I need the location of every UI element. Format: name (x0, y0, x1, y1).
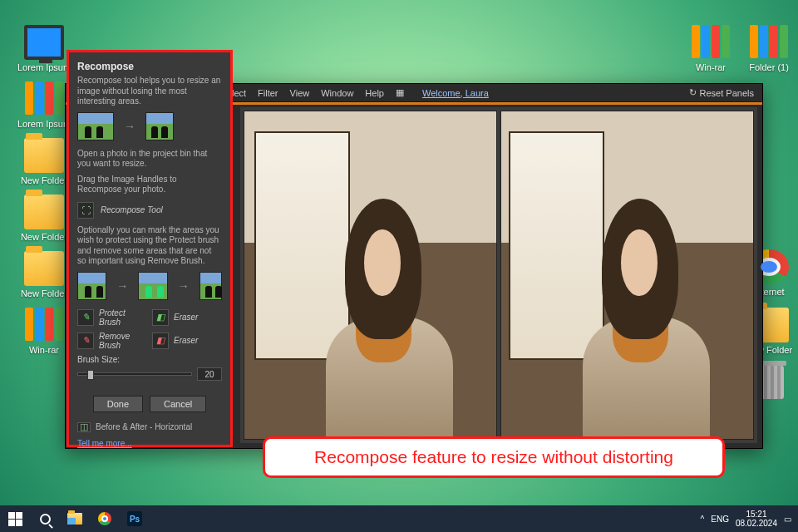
arrow-icon: → (124, 120, 135, 133)
panel-title: Recompose (77, 61, 222, 72)
thumb-before (77, 112, 114, 140)
binders-icon (691, 25, 731, 60)
canvas-area[interactable] (240, 107, 757, 443)
brush-size-label: Brush Size: (77, 355, 222, 364)
after-photo (500, 111, 754, 440)
folder-icon (24, 251, 64, 286)
recompose-tool-icon[interactable]: ⛶ (77, 202, 94, 219)
brush-size-value[interactable]: 20 (197, 367, 222, 381)
before-photo (244, 111, 497, 440)
clock-time[interactable]: 15:21 (736, 510, 777, 519)
desktop-icon-my-computer[interactable]: Lorem Ipsum (15, 25, 73, 72)
icon-label: Win-rar (682, 62, 740, 72)
arrow-icon: → (178, 279, 190, 293)
grid-view-icon[interactable]: ▦ (396, 87, 411, 98)
language-indicator[interactable]: ENG (711, 515, 729, 524)
refresh-icon: ↻ (689, 87, 697, 98)
panel-intro: Recompose tool helps you to resize an im… (77, 76, 222, 107)
binders-icon (24, 308, 64, 342)
system-tray[interactable]: ^ ENG 15:21 08.02.2024 ▭ (694, 510, 798, 528)
panel-optional: Optionally you can mark the areas you wi… (77, 225, 222, 267)
panel-step1: Open a photo in the project bin that you… (77, 149, 222, 170)
cancel-button[interactable]: Cancel (150, 396, 206, 412)
tell-me-more-link[interactable]: Tell me more... (77, 439, 222, 448)
protect-eraser-icon[interactable]: ◧ (152, 309, 169, 326)
folder-icon (24, 138, 64, 173)
menu-filter[interactable]: Filter (258, 88, 278, 98)
remove-brush-label: Remove Brush (99, 332, 147, 350)
done-button[interactable]: Done (93, 396, 143, 412)
folder-icon (24, 195, 64, 229)
photoshop-icon: Ps (127, 511, 142, 526)
icon-label: Lorem Ipsum (15, 62, 73, 72)
desktop-icon-binders-3[interactable]: Win-rar (682, 25, 740, 72)
computer-icon (24, 25, 64, 60)
recompose-tool-label: Recompose Tool (101, 205, 163, 214)
chrome-taskbar-button[interactable] (90, 505, 120, 532)
start-button[interactable] (0, 505, 30, 532)
file-explorer-button[interactable] (60, 505, 90, 532)
viewmode-icon[interactable]: ◫ (77, 422, 91, 432)
thumb-opt-2 (138, 272, 167, 300)
menu-view[interactable]: View (290, 88, 310, 98)
photoshop-taskbar-button[interactable]: Ps (120, 505, 150, 532)
viewmode-label: Before & After - Horizontal (96, 422, 192, 431)
panel-step2: Drag the Image Handles to Recompose your… (77, 175, 222, 195)
arrow-icon: → (116, 279, 128, 293)
file-explorer-icon (67, 513, 82, 525)
eraser-label: Eraser (174, 336, 222, 345)
search-button[interactable] (30, 505, 60, 532)
thumb-opt-3 (200, 272, 222, 300)
feature-callout: Recompose feature to resize without dist… (263, 436, 725, 478)
search-icon (40, 514, 51, 525)
chrome-icon (98, 512, 111, 525)
thumb-opt-1 (77, 272, 106, 300)
desktop-icon-binders-4[interactable]: Folder (1) (740, 25, 798, 72)
binders-icon (24, 81, 64, 116)
thumb-after (145, 112, 174, 140)
binders-icon (749, 25, 789, 60)
reset-panels-button[interactable]: ↻ Reset Panels (689, 87, 754, 98)
protect-brush-icon[interactable]: ✎ (77, 309, 94, 326)
remove-brush-icon[interactable]: ✎ (77, 332, 94, 349)
welcome-link[interactable]: Welcome, Laura (422, 88, 489, 98)
eraser-label: Eraser (174, 313, 222, 322)
remove-eraser-icon[interactable]: ◧ (152, 332, 169, 349)
menu-help[interactable]: Help (365, 88, 384, 98)
brush-size-slider[interactable] (77, 372, 192, 376)
clock-date[interactable]: 08.02.2024 (736, 519, 777, 528)
notifications-icon[interactable]: ▭ (784, 515, 791, 524)
recompose-panel: Recompose Recompose tool helps you to re… (66, 50, 233, 447)
protect-brush-label: Protect Brush (99, 308, 147, 327)
tray-chevron-icon[interactable]: ^ (701, 515, 705, 524)
icon-label: Folder (1) (740, 62, 798, 72)
taskbar: Ps ^ ENG 15:21 08.02.2024 ▭ (0, 505, 798, 532)
menu-window[interactable]: Window (321, 88, 353, 98)
